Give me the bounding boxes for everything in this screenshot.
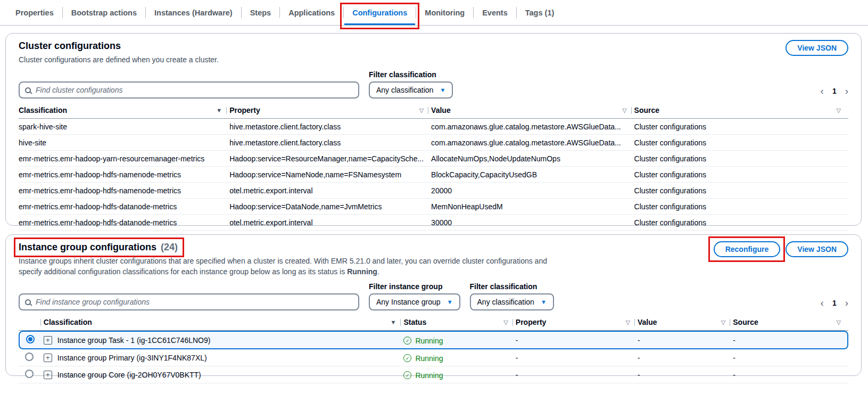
tab-configurations[interactable]: Configurations — [344, 0, 415, 25]
page-number[interactable]: 1 — [832, 87, 837, 95]
column-header-classification[interactable]: Classification▼ — [19, 103, 229, 119]
classification-filter-dropdown[interactable]: Any classification ▼ — [369, 81, 453, 99]
expand-icon[interactable]: + — [44, 371, 52, 379]
instance-group-filter-dropdown[interactable]: Any Instance group ▼ — [369, 293, 460, 310]
column-header-property[interactable]: Property▽ — [229, 103, 431, 119]
sort-icon[interactable]: ▼ — [390, 319, 396, 325]
classification-filter-dropdown[interactable]: Any classification ▼ — [470, 293, 554, 310]
tab-divider — [473, 7, 474, 18]
chevron-down-icon: ▼ — [447, 299, 453, 305]
reconfigure-button[interactable]: Reconfigure — [714, 241, 781, 257]
cell-select — [19, 366, 44, 383]
cell-classification: emr-metrics.emr-hadoop-hdfs-namenode-met… — [19, 183, 229, 199]
cell-classification: +Instance group Task - 1 (ig-1CC61C746LN… — [44, 331, 404, 349]
cell-property: Hadoop:service=NameNode,name=FSNamesyste… — [229, 167, 431, 183]
instance-group-configurations-panel: Instance group configurations (24) Insta… — [5, 234, 862, 376]
cell-property: - — [516, 331, 638, 349]
cluster-configurations-title: Cluster configurations — [19, 40, 121, 51]
tab-properties[interactable]: Properties — [7, 0, 62, 25]
instance-group-row-core[interactable]: +Instance group Core (ig-2OH0Y67V0BKTT) … — [19, 366, 848, 383]
instance-group-row-task[interactable]: +Instance group Task - 1 (ig-1CC61C746LN… — [19, 331, 848, 349]
tab-monitoring[interactable]: Monitoring — [417, 0, 473, 25]
tab-tags[interactable]: Tags (1) — [517, 0, 563, 25]
cell-classification: emr-metrics.emr-hadoop-yarn-resourcemana… — [19, 151, 229, 167]
page-number[interactable]: 1 — [832, 299, 837, 307]
cell-property: otel.metric.export.interval — [229, 215, 431, 231]
column-label: Status — [403, 318, 426, 326]
column-header-classification[interactable]: Classification▼ — [44, 315, 404, 331]
description-bold-running: Running — [347, 267, 377, 276]
cluster-search-box[interactable] — [19, 81, 359, 99]
expand-icon[interactable]: + — [44, 354, 52, 362]
instance-group-name: Instance group Primary (ig-3INY1F4NK87XL… — [57, 354, 207, 362]
filter-instance-group: Filter instance group Any Instance group… — [369, 282, 460, 310]
sort-icon[interactable]: ▽ — [721, 319, 725, 326]
previous-page-icon[interactable]: ‹ — [821, 298, 824, 308]
column-header-status[interactable]: Status▽ — [403, 315, 515, 331]
cell-source: Cluster configurations — [634, 135, 848, 151]
cell-property: Hadoop:service=DataNode,name=JvmMetrics — [229, 199, 431, 215]
column-header-value[interactable]: Value▽ — [638, 315, 733, 331]
cluster-search-input[interactable] — [36, 86, 353, 94]
cell-select — [19, 331, 44, 349]
sort-icon[interactable]: ▽ — [626, 319, 630, 326]
cell-classification: +Instance group Core (ig-2OH0Y67V0BKTT) — [44, 366, 404, 383]
column-header-value[interactable]: Value▽ — [431, 103, 634, 119]
view-json-button[interactable]: View JSON — [786, 241, 848, 257]
cell-property: hive.metastore.client.factory.class — [229, 119, 431, 135]
sort-icon[interactable]: ▽ — [419, 107, 424, 114]
table-row: spark-hive-site hive.metastore.client.fa… — [19, 119, 848, 135]
view-json-button[interactable]: View JSON — [786, 40, 848, 56]
table-header-row: Classification▼ Status▽ Property▽ Value▽… — [19, 315, 848, 331]
dropdown-value: Any classification — [477, 298, 534, 306]
filter-classification-label: Filter classification — [369, 70, 453, 79]
sort-icon[interactable]: ▽ — [837, 319, 841, 326]
tab-divider — [416, 7, 416, 18]
radio-unselected[interactable] — [25, 353, 34, 361]
cell-source: Cluster configurations — [634, 215, 848, 231]
tab-steps[interactable]: Steps — [242, 0, 279, 25]
description-line-2: specify additional configuration classif… — [19, 267, 347, 276]
tab-label: Configurations — [352, 9, 407, 17]
sort-icon[interactable]: ▽ — [837, 107, 841, 114]
instance-group-search-input[interactable] — [36, 298, 353, 306]
tab-bootstrap-actions[interactable]: Bootstrap actions — [63, 0, 145, 25]
panel-header: Cluster configurations Cluster configura… — [19, 40, 848, 65]
cell-source: Cluster configurations — [634, 199, 848, 215]
previous-page-icon[interactable]: ‹ — [821, 86, 824, 96]
column-label: Value — [431, 106, 451, 114]
table-header-row: Classification▼ Property▽ Value▽ Source▽ — [19, 103, 848, 119]
cell-classification: spark-hive-site — [19, 119, 229, 135]
column-header-source[interactable]: Source▽ — [634, 103, 848, 119]
filter-classification-group: Filter classification Any classification… — [369, 70, 453, 99]
cell-property: - — [516, 349, 638, 366]
cell-classification: emr-metrics.emr-hadoop-hdfs-datanode-met… — [19, 215, 229, 231]
tab-label: Applications — [288, 9, 335, 17]
column-header-property[interactable]: Property▽ — [516, 315, 638, 331]
tab-divider — [516, 7, 517, 18]
dropdown-value: Any Instance group — [376, 298, 441, 306]
expand-icon[interactable]: + — [44, 336, 52, 345]
cell-source: Cluster configurations — [634, 119, 848, 135]
sort-icon[interactable]: ▽ — [503, 319, 508, 326]
tab-label: Tags (1) — [525, 9, 555, 17]
cell-source: - — [733, 366, 848, 383]
description-suffix: . — [377, 267, 379, 276]
column-header-source[interactable]: Source▽ — [733, 315, 848, 331]
next-page-icon[interactable]: › — [845, 86, 848, 96]
sort-icon[interactable]: ▼ — [216, 107, 222, 113]
radio-selected[interactable] — [26, 335, 35, 343]
instance-group-search-box[interactable] — [19, 293, 359, 310]
success-check-icon: ✓ — [403, 337, 411, 345]
instance-group-row-primary[interactable]: +Instance group Primary (ig-3INY1F4NK87X… — [19, 349, 848, 366]
next-page-icon[interactable]: › — [845, 298, 848, 308]
status-badge: ✓Running — [403, 337, 443, 345]
tab-label: Steps — [250, 9, 271, 17]
tab-events[interactable]: Events — [474, 0, 516, 25]
radio-unselected[interactable] — [25, 370, 34, 378]
tab-applications[interactable]: Applications — [280, 0, 343, 25]
column-label: Property — [229, 106, 260, 114]
tab-instances-hardware[interactable]: Instances (Hardware) — [146, 0, 241, 25]
sort-icon[interactable]: ▽ — [622, 107, 626, 114]
tab-divider — [62, 7, 63, 18]
